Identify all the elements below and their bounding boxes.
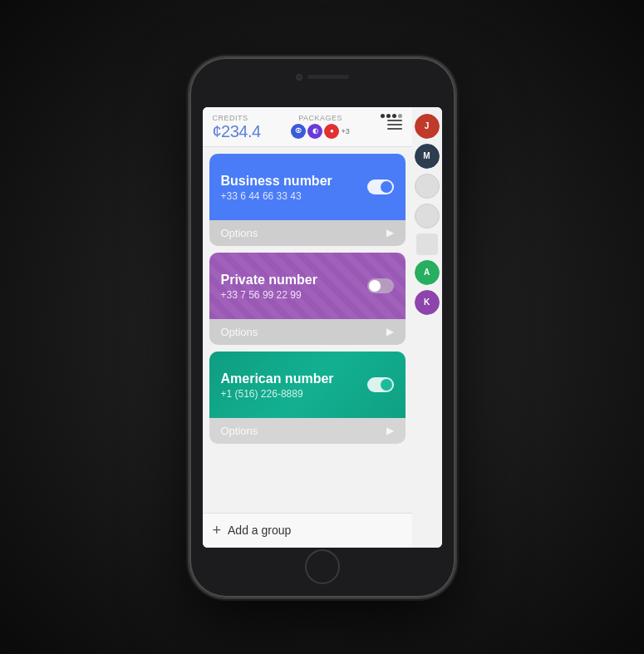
american-toggle[interactable]	[367, 377, 394, 392]
sidebar-avatars: J M A K	[412, 107, 442, 548]
dot-1	[381, 114, 385, 118]
american-options-label: Options	[221, 425, 258, 437]
phone-screen: CREDITS ¢234.4 PACKAGES ⦿ ◐ ● +3	[203, 107, 442, 548]
phone-top-bar	[296, 74, 349, 81]
avatar-4-placeholder[interactable]	[415, 204, 440, 229]
private-options-bar[interactable]: Options ▶	[209, 319, 406, 345]
packages-more: +3	[341, 127, 349, 135]
avatar-7[interactable]: K	[415, 290, 440, 315]
credits-section: CREDITS ¢234.4	[213, 114, 261, 141]
add-group-label: Add a group	[228, 524, 291, 537]
card-american: American number +1 (516) 226-8889 Option…	[209, 352, 406, 444]
business-number: +33 6 44 66 33 43	[221, 190, 394, 202]
private-number: +33 7 56 99 22 99	[221, 289, 394, 301]
business-options-arrow: ▶	[386, 227, 394, 238]
card-business-main: Business number +33 6 44 66 33 43	[209, 154, 406, 220]
phone-frame: CREDITS ¢234.4 PACKAGES ⦿ ◐ ● +3	[189, 57, 455, 597]
dot-4	[398, 114, 402, 118]
card-business: Business number +33 6 44 66 33 43 Option…	[209, 154, 406, 246]
avatar-1[interactable]: J	[415, 114, 440, 139]
american-options-arrow: ▶	[386, 425, 394, 436]
menu-line-2	[387, 124, 402, 125]
app-header: CREDITS ¢234.4 PACKAGES ⦿ ◐ ● +3	[203, 107, 412, 147]
add-group-row[interactable]: + Add a group	[203, 513, 412, 548]
packages-label: PACKAGES	[298, 114, 342, 122]
packages-icons: ⦿ ◐ ● +3	[291, 124, 349, 139]
camera-icon	[296, 74, 302, 81]
business-options-bar[interactable]: Options ▶	[209, 220, 406, 246]
menu-button[interactable]	[387, 120, 402, 130]
package-icon-3[interactable]: ●	[324, 124, 339, 139]
status-dots	[381, 114, 402, 118]
card-private: Private number +33 7 56 99 22 99 Options…	[209, 253, 406, 345]
speaker	[307, 75, 349, 79]
packages-section: PACKAGES ⦿ ◐ ● +3	[291, 114, 349, 139]
volume-down-button[interactable]	[186, 244, 189, 286]
business-options-label: Options	[221, 227, 258, 239]
avatar-6-img: A	[415, 260, 440, 285]
american-number: +1 (516) 226-8889	[221, 388, 394, 400]
card-private-main: Private number +33 7 56 99 22 99	[209, 253, 406, 319]
avatar-5-square[interactable]	[416, 234, 438, 255]
main-content: CREDITS ¢234.4 PACKAGES ⦿ ◐ ● +3	[203, 107, 412, 548]
dot-3	[392, 114, 396, 118]
home-button[interactable]	[305, 549, 340, 584]
private-options-arrow: ▶	[386, 326, 394, 337]
avatar-7-img: K	[415, 290, 440, 315]
avatar-6[interactable]: A	[415, 260, 440, 285]
avatar-2-img: M	[415, 144, 440, 169]
business-toggle[interactable]	[367, 179, 394, 194]
power-button[interactable]	[455, 203, 459, 261]
credits-label: CREDITS	[213, 114, 261, 122]
package-icon-2[interactable]: ◐	[307, 124, 322, 139]
toggle-thumb-business	[381, 181, 392, 193]
phone-device: CREDITS ¢234.4 PACKAGES ⦿ ◐ ● +3	[189, 57, 455, 597]
avatar-2[interactable]: M	[415, 144, 440, 169]
american-options-bar[interactable]: Options ▶	[209, 418, 406, 444]
menu-line-1	[387, 120, 402, 121]
package-icon-1[interactable]: ⦿	[291, 124, 306, 139]
private-toggle[interactable]	[367, 278, 394, 293]
card-american-main: American number +1 (516) 226-8889	[209, 352, 406, 418]
avatar-3-placeholder[interactable]	[415, 174, 440, 199]
avatar-1-img: J	[415, 114, 440, 139]
toggle-thumb-american	[381, 379, 392, 391]
private-options-label: Options	[221, 326, 258, 338]
add-plus-icon: +	[213, 522, 222, 539]
menu-line-3	[387, 128, 402, 130]
toggle-thumb-private	[369, 280, 381, 292]
cards-container: Business number +33 6 44 66 33 43 Option…	[203, 147, 412, 513]
credits-value: ¢234.4	[213, 122, 261, 141]
mute-button[interactable]	[186, 157, 189, 184]
dot-2	[386, 114, 391, 118]
header-right	[381, 114, 402, 130]
volume-up-button[interactable]	[186, 194, 189, 236]
